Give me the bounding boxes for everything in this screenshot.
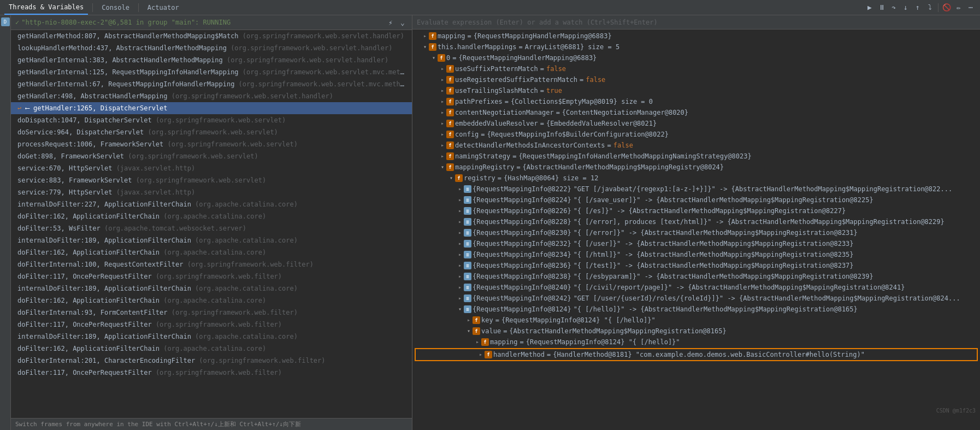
expand-icon[interactable]: ▸ bbox=[439, 152, 446, 160]
var-row[interactable]: ▾f0={RequestMappingHandlerMapping@6883} bbox=[412, 52, 980, 63]
expand-icon[interactable]: ⌄ bbox=[398, 17, 408, 27]
var-row[interactable]: ▸≡{RequestMappingInfo@8228}"{ [/error], … bbox=[412, 216, 980, 227]
stack-item[interactable]: doFilterInternal:201, CharacterEncodingF… bbox=[11, 355, 412, 367]
stack-item[interactable]: getHandlerInternal:383, AbstractHandlerM… bbox=[11, 54, 412, 66]
expand-icon[interactable]: ▸ bbox=[439, 98, 446, 105]
var-row[interactable]: ▾≡{RequestMappingInfo@8124}"{ [/hello]}"… bbox=[412, 304, 980, 315]
stack-item[interactable]: internalDoFilter:227, ApplicationFilterC… bbox=[11, 198, 412, 210]
mute-breakpoints-icon[interactable]: 🚫 bbox=[942, 3, 952, 13]
stack-item[interactable]: ↩ ⟵ getHandler:1265, DispatcherServlet bbox=[11, 102, 412, 114]
var-row[interactable]: ▸fembeddedValueResolver={EmbeddedValueRe… bbox=[412, 118, 980, 129]
stack-item[interactable]: getHandler:498, AbstractHandlerMapping (… bbox=[11, 90, 412, 102]
collapse-icon[interactable]: ▾ bbox=[465, 327, 473, 335]
expand-icon[interactable]: ▸ bbox=[439, 120, 446, 127]
stack-item[interactable]: doFilter:162, ApplicationFilterChain (or… bbox=[11, 343, 412, 355]
var-row[interactable]: ▸fmapping={RequestMappingInfo@8124} "{ [… bbox=[412, 337, 980, 347]
stack-item[interactable]: service:670, HttpServlet (javax.servlet.… bbox=[11, 162, 412, 174]
more-icon[interactable]: ⋯ bbox=[966, 3, 976, 13]
var-row[interactable]: ▸≡{RequestMappingInfo@8236}"{ [/test]}" … bbox=[412, 260, 980, 271]
expand-icon[interactable]: ▸ bbox=[456, 240, 464, 248]
expand-icon[interactable]: ▸ bbox=[439, 131, 446, 138]
var-row[interactable]: ▸≡{RequestMappingInfo@8238}"{ [/esbypara… bbox=[412, 271, 980, 282]
var-row[interactable]: ▸≡{RequestMappingInfo@8232}"{ [/user]}" … bbox=[412, 238, 980, 249]
collapse-icon[interactable]: ▾ bbox=[439, 163, 446, 171]
var-row[interactable]: ▸≡{RequestMappingInfo@8242}"GET [/user/{… bbox=[412, 293, 980, 304]
var-row[interactable]: ▸fdetectHandlerMethodsInAncestorContexts… bbox=[412, 140, 980, 151]
expand-icon[interactable]: ▸ bbox=[439, 76, 446, 84]
stack-item[interactable]: doFilter:117, OncePerRequestFilter (org.… bbox=[11, 367, 412, 379]
expand-icon[interactable]: ▸ bbox=[421, 32, 429, 40]
var-row[interactable]: ▸fpathPrefixes={Collections$EmptyMap@801… bbox=[412, 96, 980, 107]
stack-item[interactable]: internalDoFilter:189, ApplicationFilterC… bbox=[11, 234, 412, 246]
var-row[interactable]: ▸≡{RequestMappingInfo@8226}"{ [/es]}" ->… bbox=[412, 205, 980, 216]
stack-item[interactable]: doDispatch:1047, DispatcherServlet (org.… bbox=[11, 114, 412, 126]
stack-item[interactable]: doFilter:162, ApplicationFilterChain (or… bbox=[11, 246, 412, 258]
expand-icon[interactable]: ▸ bbox=[456, 207, 464, 215]
stack-item[interactable]: getHandlerMethod:807, AbstractHandlerMet… bbox=[11, 30, 412, 42]
stack-item[interactable]: processRequest:1006, FrameworkServlet (o… bbox=[11, 138, 412, 150]
edit-icon[interactable]: ✏ bbox=[954, 3, 964, 13]
variable-tree[interactable]: ▸fmapping={RequestMappingHandlerMapping@… bbox=[412, 30, 980, 430]
collapse-icon[interactable]: ▾ bbox=[421, 43, 429, 51]
var-row[interactable]: ▸fhandlerMethod={HandlerMethod@8181} "co… bbox=[415, 348, 978, 361]
stack-item[interactable]: internalDoFilter:189, ApplicationFilterC… bbox=[11, 331, 412, 343]
stack-item[interactable]: lookupHandlerMethod:437, AbstractHandler… bbox=[11, 42, 412, 54]
expand-icon[interactable]: ▸ bbox=[456, 218, 464, 226]
expand-icon[interactable]: ▸ bbox=[456, 284, 464, 291]
var-row[interactable]: ▾fthis.handlerMappings=ArrayList@6881} s… bbox=[412, 42, 980, 52]
collapse-icon[interactable]: ▾ bbox=[447, 174, 455, 182]
var-row[interactable]: ▾fmappingRegistry={AbstractHandlerMethod… bbox=[412, 162, 980, 173]
tab-actuator[interactable]: Actuator bbox=[143, 0, 184, 15]
var-row[interactable]: ▸fuseTrailingSlashMatch=true bbox=[412, 85, 980, 96]
stack-trace[interactable]: getHandlerMethod:807, AbstractHandlerMet… bbox=[11, 30, 412, 418]
step-over-icon[interactable]: ↷ bbox=[889, 3, 899, 13]
sidebar-debug-icon[interactable]: D bbox=[1, 17, 10, 26]
stack-item[interactable]: doFilter:162, ApplicationFilterChain (or… bbox=[11, 294, 412, 307]
var-row[interactable]: ▸fcontentNegotiationManager={ContentNego… bbox=[412, 107, 980, 118]
tab-console[interactable]: Console bbox=[97, 0, 134, 15]
expand-icon[interactable]: ▸ bbox=[439, 142, 446, 149]
expand-icon[interactable]: ▸ bbox=[439, 87, 446, 95]
stack-item[interactable]: doFilterInternal:100, RequestContextFilt… bbox=[11, 258, 412, 270]
expand-icon[interactable]: ▸ bbox=[439, 109, 446, 116]
stack-item[interactable]: internalDoFilter:189, ApplicationFilterC… bbox=[11, 282, 412, 294]
var-row[interactable]: ▸fkey={RequestMappingInfo@8124} "{ [/hel… bbox=[412, 315, 980, 326]
expand-icon[interactable]: ▸ bbox=[456, 196, 464, 204]
var-row[interactable]: ▸≡{RequestMappingInfo@8234}"{ [/html]}" … bbox=[412, 249, 980, 260]
expand-icon[interactable]: ▸ bbox=[456, 294, 464, 302]
stack-item[interactable]: getHandlerInternal:125, RequestMappingIn… bbox=[11, 66, 412, 78]
var-row[interactable]: ▸fuseRegisteredSuffixPatternMatch=false bbox=[412, 74, 980, 85]
var-row[interactable]: ▾fvalue={AbstractHandlerMethodMapping$Ma… bbox=[412, 326, 980, 337]
var-row[interactable]: ▾fregistry={HashMap@8064} size = 12 bbox=[412, 173, 980, 184]
expand-icon[interactable]: ▸ bbox=[439, 65, 446, 73]
step-into-icon[interactable]: ↓ bbox=[901, 3, 911, 13]
expand-icon[interactable]: ▸ bbox=[456, 229, 464, 237]
var-row[interactable]: ▸fuseSuffixPatternMatch=false bbox=[412, 63, 980, 74]
var-row[interactable]: ▸≡{RequestMappingInfo@8222}"GET [/javabe… bbox=[412, 184, 980, 195]
var-row[interactable]: ▸≡{RequestMappingInfo@8240}"{ [/civil/re… bbox=[412, 282, 980, 293]
expand-icon[interactable]: ▸ bbox=[456, 251, 464, 258]
step-out-icon[interactable]: ↑ bbox=[913, 3, 923, 13]
stack-item[interactable]: doFilter:162, ApplicationFilterChain (or… bbox=[11, 210, 412, 222]
var-row[interactable]: ▸≡{RequestMappingInfo@8230}"{ [/error]}"… bbox=[412, 227, 980, 238]
stack-item[interactable]: doFilter:117, OncePerRequestFilter (org.… bbox=[11, 270, 412, 282]
eval-bar[interactable]: Evaluate expression (Enter) or add a wat… bbox=[412, 15, 980, 30]
var-row[interactable]: ▸fnamingStrategy={RequestMappingInfoHand… bbox=[412, 151, 980, 162]
stack-item[interactable]: service:883, FrameworkServlet (org.sprin… bbox=[11, 174, 412, 186]
expand-icon[interactable]: ▸ bbox=[465, 316, 473, 324]
expand-icon[interactable]: ▸ bbox=[477, 351, 485, 358]
stack-item[interactable]: service:779, HttpServlet (javax.servlet.… bbox=[11, 186, 412, 198]
var-row[interactable]: ▸fmapping={RequestMappingHandlerMapping@… bbox=[412, 31, 980, 42]
stack-item[interactable]: doService:964, DispatcherServlet (org.sp… bbox=[11, 126, 412, 138]
collapse-icon[interactable]: ▾ bbox=[430, 54, 438, 62]
tab-threads-variables[interactable]: Threads & Variables bbox=[4, 0, 88, 15]
stack-item[interactable]: doFilter:53, WsFilter (org.apache.tomcat… bbox=[11, 222, 412, 234]
var-row[interactable]: ▸≡{RequestMappingInfo@8224}"{ [/save_use… bbox=[412, 195, 980, 205]
expand-icon[interactable]: ▸ bbox=[456, 262, 464, 269]
var-row[interactable]: ▸fconfig={RequestMappingInfo$BuilderConf… bbox=[412, 129, 980, 140]
collapse-icon[interactable]: ▾ bbox=[456, 305, 464, 313]
stack-item[interactable]: doFilterInternal:93, FormContentFilter (… bbox=[11, 307, 412, 319]
stack-item[interactable]: doGet:898, FrameworkServlet (org.springf… bbox=[11, 150, 412, 162]
resume-icon[interactable]: ▶ bbox=[865, 3, 875, 13]
stack-item[interactable]: getHandlerInternal:67, RequestMappingInf… bbox=[11, 78, 412, 90]
